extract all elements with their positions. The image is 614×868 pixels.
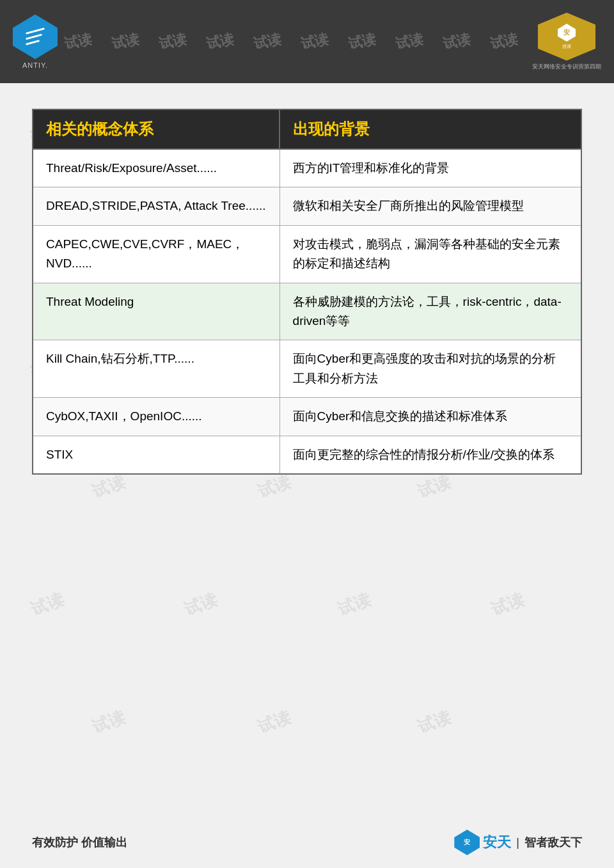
- logo-line: [26, 34, 42, 40]
- page-watermark: 试读: [28, 588, 67, 621]
- watermark: 试读: [441, 29, 473, 53]
- footer-antiy-text: 安天: [483, 833, 511, 852]
- logo-line: [26, 40, 40, 45]
- logo-lines: [22, 27, 48, 47]
- header: 试读 试读 试读 试读 试读 试读 试读 试读 试读 试读 ANTIY. 安 授…: [0, 0, 614, 83]
- table-row: STIX 面向更完整的综合性的情报分析/作业/交换的体系: [33, 436, 581, 474]
- main-content: 相关的概念体系 出现的背景 Threat/Risk/Exposure/Asset…: [0, 83, 614, 494]
- table-cell-left: DREAD,STRIDE,PASTA, Attack Tree......: [33, 187, 279, 225]
- table-cell-left: Kill Chain,钻石分析,TTP......: [33, 340, 279, 398]
- page-watermark: 试读: [414, 706, 453, 739]
- table-cell-left: Threat Modeling: [33, 283, 279, 340]
- watermark: 试读: [347, 29, 378, 53]
- table-cell-right: 微软和相关安全厂商所推出的风险管理模型: [279, 187, 581, 225]
- table-row: Threat Modeling 各种威胁建模的方法论，工具，risk-centr…: [33, 283, 581, 340]
- table-cell-right: 西方的IT管理和标准化的背景: [279, 149, 581, 187]
- header-right-badge: 安 授课 安天网络安全专训营第四期: [532, 13, 601, 71]
- antiy-badge: 安 授课: [538, 13, 595, 61]
- table-row: Kill Chain,钻石分析,TTP...... 面向Cyber和更高强度的攻…: [33, 340, 581, 398]
- watermark: 试读: [252, 29, 283, 53]
- concept-table: 相关的概念体系 出现的背景 Threat/Risk/Exposure/Asset…: [32, 109, 582, 475]
- watermark: 试读: [394, 29, 425, 53]
- page-watermark: 试读: [90, 706, 129, 739]
- table-row: DREAD,STRIDE,PASTA, Attack Tree...... 微软…: [33, 187, 581, 225]
- table-cell-right: 面向Cyber和更高强度的攻击和对抗的场景的分析工具和分析方法: [279, 340, 581, 398]
- watermark: 试读: [110, 29, 141, 53]
- page-watermark: 试读: [255, 706, 294, 739]
- footer-slogan: 智者敌天下: [524, 835, 582, 850]
- col1-header: 相关的概念体系: [33, 109, 279, 149]
- footer-logo-diamond: 安: [454, 830, 480, 855]
- table-cell-left: CAPEC,CWE,CVE,CVRF，MAEC，NVD......: [33, 225, 279, 283]
- table-row: Threat/Risk/Exposure/Asset...... 西方的IT管理…: [33, 149, 581, 187]
- table-cell-right: 各种威胁建模的方法论，工具，risk-centric，data-driven等等: [279, 283, 581, 340]
- col2-header: 出现的背景: [279, 109, 581, 149]
- badge-text: 授课: [562, 43, 571, 49]
- logo: ANTIY.: [13, 15, 58, 69]
- badge-sub-text: 安天网络安全专训营第四期: [532, 63, 601, 71]
- footer: 有效防护 价值输出 安 安天 | 智者敌天下: [0, 830, 614, 855]
- watermark: 试读: [489, 29, 520, 53]
- table-cell-right: 对攻击模式，脆弱点，漏洞等各种基础的安全元素的标定和描述结构: [279, 225, 581, 283]
- table-cell-left: CybOX,TAXII，OpenIOC......: [33, 398, 279, 436]
- table-row: CybOX,TAXII，OpenIOC...... 面向Cyber和信息交换的描…: [33, 398, 581, 436]
- page-watermark: 试读: [335, 588, 374, 621]
- footer-right: 安 安天 | 智者敌天下: [454, 830, 582, 855]
- page-watermark: 试读: [489, 588, 528, 621]
- footer-separator: |: [516, 836, 519, 849]
- table-cell-right: 面向Cyber和信息交换的描述和标准体系: [279, 398, 581, 436]
- page-watermark: 试读: [182, 588, 221, 621]
- table-cell-left: Threat/Risk/Exposure/Asset......: [33, 149, 279, 187]
- watermark: 试读: [205, 29, 236, 53]
- table-cell-left: STIX: [33, 436, 279, 474]
- header-watermarks: 试读 试读 试读 试读 试读 试读 试读 试读 试读 试读: [0, 0, 614, 83]
- logo-line: [26, 28, 45, 35]
- logo-text: ANTIY.: [22, 61, 48, 69]
- logo-diamond: [13, 15, 58, 59]
- table-cell-right: 面向更完整的综合性的情报分析/作业/交换的体系: [279, 436, 581, 474]
- watermark: 试读: [157, 29, 189, 53]
- table-row: CAPEC,CWE,CVE,CVRF，MAEC，NVD...... 对攻击模式，…: [33, 225, 581, 283]
- footer-left-text: 有效防护 价值输出: [32, 835, 127, 850]
- watermark: 试读: [63, 29, 94, 53]
- watermark: 试读: [299, 29, 331, 53]
